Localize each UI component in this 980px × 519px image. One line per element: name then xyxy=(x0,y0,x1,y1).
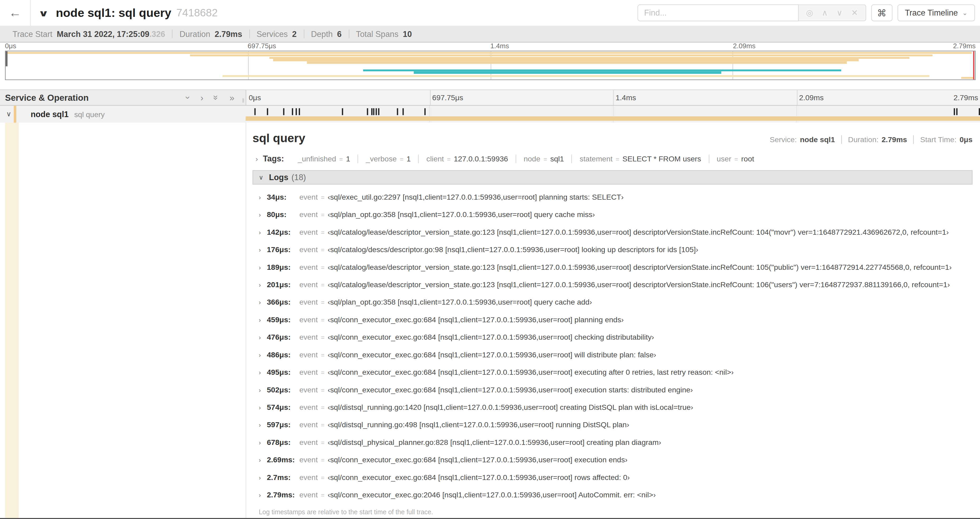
double-chevron-down-icon[interactable]: » xyxy=(212,95,221,100)
log-field-key: event xyxy=(299,228,318,236)
log-tick xyxy=(299,108,300,115)
chevron-right-icon[interactable]: › xyxy=(259,334,267,341)
span-name-cell[interactable]: ∨ node sql1 sql query xyxy=(0,106,245,123)
info-label: Total Spans xyxy=(356,29,398,38)
ruler-tick-label: 1.4ms xyxy=(613,93,636,102)
info-value: 2.79ms xyxy=(215,29,242,38)
minimap-canvas[interactable] xyxy=(5,51,975,80)
tags-accordion[interactable]: › Tags: _unfinished = 1 _verbose = xyxy=(252,154,972,163)
span-bar-cell[interactable] xyxy=(245,106,980,123)
equals-sign: = xyxy=(321,422,325,428)
chevron-right-icon[interactable]: › xyxy=(259,282,267,289)
chevron-right-icon[interactable]: › xyxy=(259,369,267,376)
log-entry-row[interactable]: › 2.79ms: event = ‹sql/conn_executor_exe… xyxy=(252,490,972,499)
log-entry-row[interactable]: › 597μs: event = ‹sql/distsql_running.go… xyxy=(252,420,972,429)
minimap-span-bar xyxy=(307,61,847,64)
log-field-key: event xyxy=(299,315,318,324)
log-entry-row[interactable]: › 502μs: event = ‹sql/conn_executor_exec… xyxy=(252,385,972,394)
span-detail-header: sql query Service: node sql1 Duration: 2… xyxy=(252,131,972,145)
find-group: ◎ ∧ ∨ ✕ xyxy=(637,5,866,21)
log-tick xyxy=(378,108,379,115)
log-entry-row[interactable]: › 366μs: event = ‹sql/plan_opt.go:358 [n… xyxy=(252,298,972,307)
log-tick xyxy=(342,108,343,115)
meta-label: Service: xyxy=(770,135,797,144)
log-entry-row[interactable]: › 486μs: event = ‹sql/conn_executor_exec… xyxy=(252,350,972,359)
log-entry-row[interactable]: › 189μs: event = ‹sql/catalog/lease/desc… xyxy=(252,263,972,271)
chevron-down-icon[interactable]: ∨ xyxy=(259,174,263,181)
clear-search-icon[interactable]: ✕ xyxy=(851,8,858,18)
chevron-right-icon[interactable]: › xyxy=(259,211,267,218)
minimap-left-drag-handle[interactable] xyxy=(6,51,7,67)
log-timestamp: 486μs: xyxy=(267,350,299,359)
logs-accordion-header[interactable]: ∨ Logs (18) xyxy=(252,170,972,185)
log-entry-row[interactable]: › 176μs: event = ‹sql/catalog/descs/desc… xyxy=(252,245,972,254)
chevron-right-icon[interactable]: › xyxy=(259,404,267,411)
log-entry-row[interactable]: › 574μs: event = ‹sql/distsql_running.go… xyxy=(252,403,972,412)
chevron-right-icon[interactable]: › xyxy=(259,264,267,271)
chevron-down-icon[interactable]: › xyxy=(183,96,193,99)
log-timestamp: 2.69ms: xyxy=(267,455,299,464)
chevron-down-icon[interactable]: ∨ xyxy=(6,110,11,118)
double-chevron-right-icon[interactable]: » xyxy=(229,93,234,102)
log-entry-row[interactable]: › 476μs: event = ‹sql/conn_executor_exec… xyxy=(252,333,972,342)
meta-value: 0μs xyxy=(959,135,972,144)
operation-name: sql query xyxy=(74,110,105,118)
tags-label: Tags: xyxy=(263,154,284,163)
log-field-key: event xyxy=(299,263,318,271)
log-entry-row[interactable]: › 2.7ms: event = ‹sql/conn_executor_exec… xyxy=(252,473,972,482)
chevron-right-icon[interactable]: › xyxy=(259,229,267,236)
span-row[interactable]: ∨ node sql1 sql query xyxy=(0,106,980,123)
command-icon: ⌘ xyxy=(877,7,886,18)
log-timestamp: 2.7ms: xyxy=(267,473,299,482)
trace-view-selector[interactable]: Trace Timeline ⌄ xyxy=(897,5,975,21)
page-title: node sql1: sql query xyxy=(56,6,171,20)
next-match-icon[interactable]: ∨ xyxy=(837,8,843,18)
prev-match-icon[interactable]: ∧ xyxy=(822,8,828,18)
log-tick xyxy=(397,108,398,115)
minimap-scrubber[interactable] xyxy=(973,51,974,80)
minimap-span-bar xyxy=(190,54,932,57)
log-entry-row[interactable]: › 80μs: event = ‹sql/plan_opt.go:358 [ns… xyxy=(252,210,972,219)
log-entry-row[interactable]: › 495μs: event = ‹sql/conn_executor_exec… xyxy=(252,368,972,377)
chevron-right-icon[interactable]: › xyxy=(259,439,267,446)
log-field-value: ‹sql/distsql_running.go:498 [nsql1,clien… xyxy=(328,420,629,429)
keyboard-shortcuts-button[interactable]: ⌘ xyxy=(871,5,892,21)
equals-sign: = xyxy=(321,299,325,306)
log-field-value: ‹sql/conn_executor_exec.go:684 [nsql1,cl… xyxy=(328,315,624,324)
chevron-right-icon[interactable]: › xyxy=(259,474,267,481)
log-timestamp: 459μs: xyxy=(267,315,299,324)
meta-label: Start Time: xyxy=(920,135,956,144)
info-value: 2 xyxy=(292,29,297,38)
back-button[interactable]: ← xyxy=(0,0,30,26)
log-entry-row[interactable]: › 459μs: event = ‹sql/conn_executor_exec… xyxy=(252,315,972,324)
log-entry-row[interactable]: › 2.69ms: event = ‹sql/conn_executor_exe… xyxy=(252,455,972,464)
log-entry-row[interactable]: › 201μs: event = ‹sql/catalog/lease/desc… xyxy=(252,280,972,289)
chevron-right-icon[interactable]: › xyxy=(259,247,267,254)
column-resizer-handle[interactable]: ‖ xyxy=(242,97,245,104)
log-entry-row[interactable]: › 34μs: event = ‹sql/exec_util.go:2297 [… xyxy=(252,193,972,201)
logs-count: (18) xyxy=(291,173,306,182)
equals-sign: = xyxy=(339,156,343,163)
collapse-trace-icon[interactable]: ∨ xyxy=(38,8,49,18)
chevron-right-icon[interactable]: › xyxy=(259,316,267,323)
chevron-right-icon[interactable]: › xyxy=(259,299,267,306)
log-timestamp: 597μs: xyxy=(267,420,299,429)
chevron-right-icon[interactable]: › xyxy=(200,93,204,102)
chevron-right-icon[interactable]: › xyxy=(259,457,267,464)
log-entry-row[interactable]: › 142μs: event = ‹sql/catalog/lease/desc… xyxy=(252,228,972,236)
tag-item: statement = SELECT * FROM users xyxy=(571,154,708,163)
chevron-right-icon[interactable]: › xyxy=(259,422,267,428)
chevron-right-icon[interactable]: › xyxy=(259,351,267,358)
span-duration-bar[interactable] xyxy=(245,116,980,121)
locate-icon[interactable]: ◎ xyxy=(806,8,813,18)
log-entry-row[interactable]: › 678μs: event = ‹sql/distsql_physical_p… xyxy=(252,438,972,447)
chevron-right-icon[interactable]: › xyxy=(259,194,267,201)
log-field-value: ‹sql/conn_executor_exec.go:684 [nsql1,cl… xyxy=(328,368,734,377)
log-timestamp: 495μs: xyxy=(267,368,299,377)
chevron-right-icon[interactable]: › xyxy=(256,155,258,162)
chevron-right-icon[interactable]: › xyxy=(259,386,267,393)
chevron-right-icon[interactable]: › xyxy=(259,492,267,499)
find-input[interactable] xyxy=(637,5,799,21)
span-operation-title: sql query xyxy=(252,131,305,145)
meta-label: Duration: xyxy=(848,135,878,144)
